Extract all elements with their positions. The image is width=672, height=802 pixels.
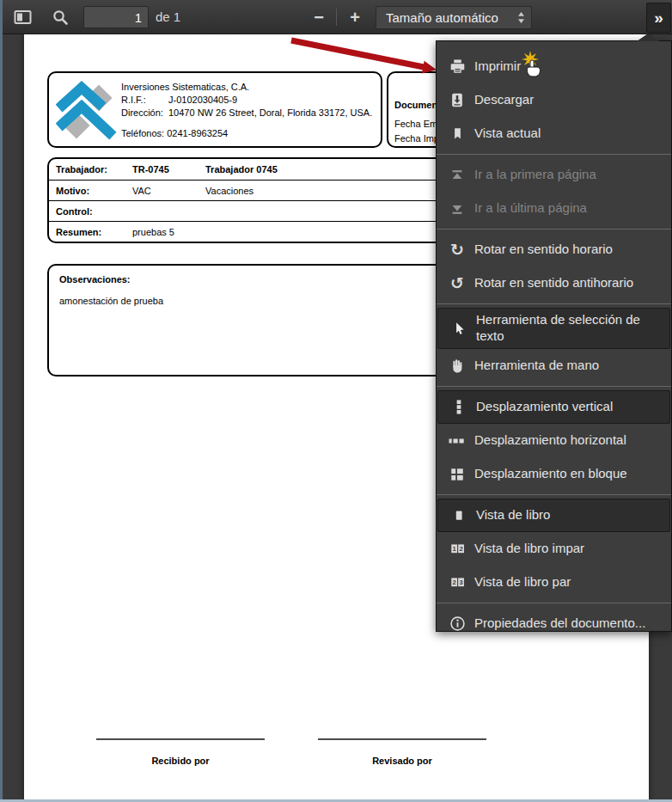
- find-button[interactable]: [46, 3, 75, 31]
- row-desc: Vacaciones: [205, 186, 254, 196]
- overflow-menu-button[interactable]: »: [646, 3, 671, 33]
- last-page-icon: [447, 199, 467, 218]
- company-logo-icon: [56, 79, 118, 143]
- plus-icon: +: [350, 9, 360, 26]
- menu-item-current-view[interactable]: Vista actual: [437, 117, 671, 150]
- rif-label: R.I.F.:: [121, 94, 168, 107]
- cursor-icon: [449, 319, 469, 338]
- svg-text:2: 2: [452, 579, 455, 586]
- annotation-arrow: [284, 33, 443, 84]
- menu-item-label: Desplazamiento en bloque: [474, 466, 627, 482]
- svg-text:2: 2: [459, 545, 462, 553]
- menu-separator: [437, 386, 671, 387]
- toolbar-divider: [336, 9, 337, 26]
- sidebar-toggle-button[interactable]: [8, 3, 37, 31]
- menu-separator: [437, 494, 671, 495]
- menu-item-label: Imprimir: [474, 58, 521, 75]
- menu-item-last-page[interactable]: Ir a la última página: [437, 192, 671, 225]
- toolbar: de 1 − + Tamaño automático »: [0, 0, 672, 34]
- bookmark-icon: [447, 125, 467, 144]
- phones-value: 0241-8963254: [167, 128, 228, 138]
- menu-item-label: Desplazamiento vertical: [476, 399, 613, 415]
- menu-item-book-view-even[interactable]: 23Vista de libro par: [437, 566, 671, 599]
- scroll-vertical-icon: [449, 398, 469, 417]
- page-count-label: de 1: [156, 0, 180, 34]
- menu-separator: [437, 154, 671, 155]
- zoom-out-button[interactable]: −: [304, 3, 333, 31]
- menu-item-text-selection-tool[interactable]: Herramienta de selección de texto: [437, 308, 670, 349]
- signature-line: [96, 738, 265, 740]
- click-cursor-icon: [516, 48, 550, 86]
- scroll-horizontal-icon: [447, 432, 467, 450]
- scale-select[interactable]: Tamaño automático: [376, 6, 532, 29]
- row-code: TR-0745: [132, 164, 169, 174]
- row-label: Resumen:: [56, 227, 101, 237]
- menu-item-label: Vista actual: [474, 126, 541, 142]
- phones-label: Teléfonos:: [121, 128, 164, 138]
- menu-item-label: Herramienta de mano: [474, 358, 599, 374]
- rotate-cw-icon: ↻: [447, 241, 467, 260]
- menu-item-label: Vista de libro par: [474, 574, 571, 591]
- pdf-viewer-app: Inversiones Sistematicas, C.A. R.I.F.: J…: [0, 0, 672, 802]
- menu-separator: [437, 229, 671, 230]
- signature-line: [318, 738, 486, 740]
- menu-separator: [437, 603, 671, 603]
- minus-icon: −: [314, 9, 324, 26]
- row-code: pruebas 5: [132, 227, 174, 237]
- signature-label: Recibido por: [96, 756, 265, 766]
- rif-value: J-0102030405-9: [168, 94, 237, 107]
- signature-label: Revisado por: [318, 756, 486, 766]
- menu-item-label: Rotar en sentido horario: [474, 242, 613, 258]
- printer-icon: [447, 58, 467, 77]
- even-spread-icon: 23: [447, 573, 467, 592]
- address-value: 10470 NW 26 Street, Doral, Florida 33172…: [168, 107, 372, 119]
- menu-item-label: Descargar: [474, 92, 534, 108]
- menu-notch: [637, 34, 659, 41]
- info-icon: [447, 615, 467, 634]
- rotate-ccw-icon: ↺: [447, 274, 467, 293]
- menu-item-label: Propiedades del documento...: [474, 615, 645, 632]
- menu-item-scroll-wrapped[interactable]: Desplazamiento en bloque: [437, 457, 671, 491]
- scale-select-value: Tamaño automático: [386, 10, 498, 25]
- menu-item-book-view-odd[interactable]: 12Vista de libro impar: [437, 532, 671, 566]
- row-code: VAC: [132, 186, 151, 196]
- download-icon: [447, 91, 467, 110]
- first-page-icon: [447, 166, 467, 185]
- search-icon: [52, 9, 69, 26]
- menu-item-label: Vista de libro: [476, 507, 550, 523]
- signature-block-received: Recibido por: [96, 738, 265, 766]
- menu-item-print[interactable]: Imprimir: [437, 50, 671, 83]
- hand-icon: [447, 357, 467, 376]
- row-label: Trabajador:: [56, 164, 107, 174]
- book-view-icon: [449, 506, 469, 525]
- window-left-edge: [0, 0, 3, 802]
- scroll-wrapped-icon: [447, 465, 467, 484]
- menu-item-scroll-horizontal[interactable]: Desplazamiento horizontal: [437, 424, 671, 457]
- row-label: Control:: [56, 206, 93, 217]
- menu-item-label: Ir a la última página: [474, 200, 587, 217]
- page-number-input[interactable]: [83, 6, 149, 28]
- menu-item-book-view[interactable]: Vista de libro: [437, 499, 670, 532]
- menu-item-label: Vista de libro impar: [474, 541, 584, 557]
- secondary-toolbar: ImprimirDescargarVista actualIr a la pri…: [436, 40, 672, 632]
- address-label: Dirección:: [121, 107, 168, 119]
- row-label: Motivo:: [56, 186, 89, 196]
- svg-text:1: 1: [452, 545, 456, 553]
- svg-text:3: 3: [459, 579, 462, 586]
- menu-item-label: Ir a la primera página: [474, 167, 596, 183]
- menu-item-rotate-cw[interactable]: ↻Rotar en sentido horario: [437, 233, 671, 266]
- odd-spread-icon: 12: [447, 540, 467, 559]
- menu-item-rotate-ccw[interactable]: ↺Rotar en sentido antihorario: [437, 266, 671, 300]
- menu-item-scroll-vertical[interactable]: Desplazamiento vertical: [437, 390, 670, 424]
- menu-item-label: Desplazamiento horizontal: [474, 432, 626, 449]
- menu-item-label: Rotar en sentido antihorario: [474, 275, 633, 291]
- menu-item-document-properties[interactable]: Propiedades del documento...: [437, 607, 671, 640]
- menu-item-download[interactable]: Descargar: [437, 83, 671, 117]
- chevron-updown-icon: [517, 11, 525, 24]
- zoom-in-button[interactable]: +: [340, 3, 370, 31]
- menu-item-hand-tool[interactable]: Herramienta de mano: [437, 349, 671, 383]
- menu-item-first-page[interactable]: Ir a la primera página: [437, 158, 671, 192]
- signature-block-reviewed: Revisado por: [318, 738, 486, 766]
- menu-separator: [437, 303, 671, 304]
- menu-item-label: Herramienta de selección de texto: [476, 312, 663, 345]
